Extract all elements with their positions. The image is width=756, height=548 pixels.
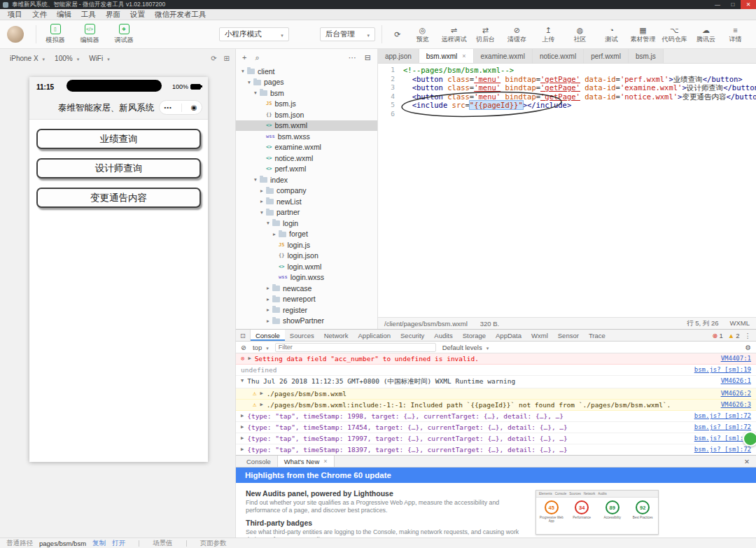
tencent-cloud-button[interactable]: ☁腾讯云 [690, 25, 722, 44]
switch-background-button[interactable]: ⇄切后台 [470, 25, 501, 44]
expand-arrow-icon[interactable]: ▶ [260, 390, 262, 396]
upload-button[interactable]: ↥上传 [533, 25, 564, 44]
filter-input[interactable] [275, 343, 436, 352]
close-button[interactable]: ✕ [741, 0, 756, 9]
message-source-link[interactable]: VM4626:1 [714, 377, 751, 384]
menu-item[interactable]: 设置 [125, 10, 150, 20]
menu-item[interactable]: 项目 [3, 10, 27, 20]
params-label[interactable]: 页面参数 [200, 539, 227, 548]
tree-item[interactable]: ▸newList [236, 196, 377, 207]
devtools-tab-sensor[interactable]: Sensor [553, 330, 584, 341]
compile-button[interactable]: ⟳ [388, 29, 407, 39]
tree-item[interactable]: ▸company [236, 185, 377, 197]
tree-item[interactable]: ▾pages [236, 77, 377, 88]
warning-badge[interactable]: ▲ 2 [728, 332, 740, 339]
network-select[interactable]: WiFi [85, 52, 114, 64]
tree-item[interactable]: ▾client [236, 66, 377, 77]
capsule-button[interactable]: ••• ◉ [159, 100, 202, 115]
devtools-tab-security[interactable]: Security [396, 330, 429, 341]
chevron-right-icon[interactable]: ▸ [271, 231, 278, 237]
view-toggle-editor[interactable]: </>编辑器 [77, 24, 102, 45]
code-area[interactable]: 1<!--pages/bsm/bsm.wxml-->2 <button clas… [378, 64, 756, 118]
chevron-right-icon[interactable]: ▸ [265, 307, 272, 313]
editor-tab[interactable]: app.json [378, 49, 419, 63]
expand-arrow-icon[interactable]: ▶ [241, 446, 244, 452]
copy-link[interactable]: 复制 [92, 539, 106, 548]
message-source-link[interactable]: bsm.js? [sm]:19 [687, 366, 751, 373]
layout-icon[interactable]: ⊞ [224, 55, 230, 62]
devtools-tab-storage[interactable]: Storage [458, 330, 491, 341]
tab-close-icon[interactable]: × [323, 458, 327, 465]
tab-close-icon[interactable]: × [462, 52, 465, 59]
minimize-button[interactable]: — [710, 0, 725, 9]
scene-label[interactable]: 场景值 [153, 539, 173, 548]
tree-item[interactable]: ▾partner [236, 207, 377, 218]
tree-item[interactable]: ▸forget [236, 229, 377, 240]
expand-arrow-icon[interactable]: ▶ [260, 401, 262, 407]
tree-item[interactable]: JSbsm.js [236, 99, 377, 110]
menu-item[interactable]: 编辑 [52, 10, 76, 20]
collapse-icon[interactable]: ⊟ [365, 53, 371, 62]
expand-arrow-icon[interactable]: ▶ [248, 355, 251, 361]
chevron-down-icon[interactable]: ▾ [265, 220, 272, 226]
maximize-button[interactable]: □ [725, 0, 741, 9]
devtools-tab-application[interactable]: Application [354, 330, 396, 341]
menu-item[interactable]: 工具 [76, 10, 101, 20]
chevron-right-icon[interactable]: ▸ [265, 285, 272, 291]
tree-item[interactable]: ▸register [236, 304, 377, 316]
view-toggle-simulator[interactable]: ▯模拟器 [43, 24, 68, 45]
editor-tab[interactable]: bsm.wxml× [419, 49, 474, 63]
message-source-link[interactable]: bsm.js? [sm]:72 [687, 423, 751, 430]
menu-item[interactable]: 文件 [27, 10, 52, 20]
tree-item[interactable]: <>examine.wxml [236, 142, 377, 153]
tree-item[interactable]: <>notice.wxml [236, 153, 377, 164]
more-icon[interactable]: ••• [164, 104, 172, 111]
devtools-tab-trace[interactable]: Trace [584, 330, 610, 341]
expand-arrow-icon[interactable]: ▶ [241, 435, 244, 441]
page-menu-button[interactable]: 业绩查询 [36, 129, 201, 149]
chevron-right-icon[interactable]: ▸ [265, 296, 272, 302]
message-source-link[interactable]: VM4407:1 [714, 355, 751, 362]
menu-item[interactable]: 微信开发者工具 [150, 10, 211, 20]
clear-console-icon[interactable]: ⊘ [241, 344, 246, 351]
language-label[interactable]: WXML [730, 319, 750, 328]
home-icon[interactable]: ◉ [191, 104, 197, 111]
context-select[interactable]: top [253, 344, 269, 351]
tree-item[interactable]: ▾bsm [236, 87, 377, 99]
mode-select[interactable]: 小程序模式 [219, 27, 289, 41]
devtools-tab-appdata[interactable]: AppData [491, 330, 526, 341]
tree-item[interactable]: <>perf.wxml [236, 164, 377, 175]
editor-tab[interactable]: examine.wxml [474, 49, 533, 63]
community-button[interactable]: ◍社区 [564, 25, 596, 44]
view-toggle-debugger[interactable]: ❖调试器 [111, 24, 136, 45]
tree-item[interactable]: ▸newcase [236, 283, 377, 294]
tree-item[interactable]: wsslogin.wxss [236, 272, 377, 283]
drawer-tab[interactable]: Console [240, 456, 277, 467]
page-menu-button[interactable]: 变更通告内容 [36, 188, 201, 208]
rotate-icon[interactable]: ⟳ [211, 55, 216, 62]
menu-item[interactable]: 界面 [101, 10, 125, 20]
error-badge[interactable]: ⊗ 1 [713, 332, 723, 339]
editor-tab[interactable]: notice.wxml [533, 49, 584, 63]
device-select[interactable]: iPhone X [6, 52, 49, 64]
devtools-menu-icon[interactable]: ⋮ [745, 332, 752, 339]
drawer-tab[interactable]: What's New× [277, 456, 335, 467]
expand-arrow-icon[interactable]: ▶ [241, 423, 244, 430]
page-menu-button[interactable]: 设计师查询 [36, 158, 201, 178]
clear-cache-button[interactable]: ⊘清缓存 [501, 25, 533, 44]
chevron-right-icon[interactable]: ▸ [265, 318, 272, 324]
drawer-close-icon[interactable]: ✕ [738, 456, 756, 467]
assets-button[interactable]: ▦素材管理 [627, 25, 659, 44]
devtools-tab-network[interactable]: Network [319, 330, 354, 341]
chevron-right-icon[interactable]: ▸ [258, 198, 265, 204]
expand-arrow-icon[interactable]: ▶ [241, 412, 244, 419]
zoom-select[interactable]: 100% [50, 52, 83, 64]
details-button[interactable]: ≡ 详情 [722, 25, 749, 44]
message-source-link[interactable]: VM4626:2 [714, 390, 751, 397]
message-source-link[interactable]: bsm.js? [sm]:72 [687, 446, 751, 453]
search-icon[interactable]: ⌕ [255, 53, 259, 62]
devtools-tab-wxml[interactable]: Wxml [526, 330, 553, 341]
inspect-icon[interactable]: ⊡ [236, 330, 251, 341]
devtools-tab-sources[interactable]: Sources [285, 330, 319, 341]
preview-button[interactable]: ◎预览 [407, 25, 438, 44]
